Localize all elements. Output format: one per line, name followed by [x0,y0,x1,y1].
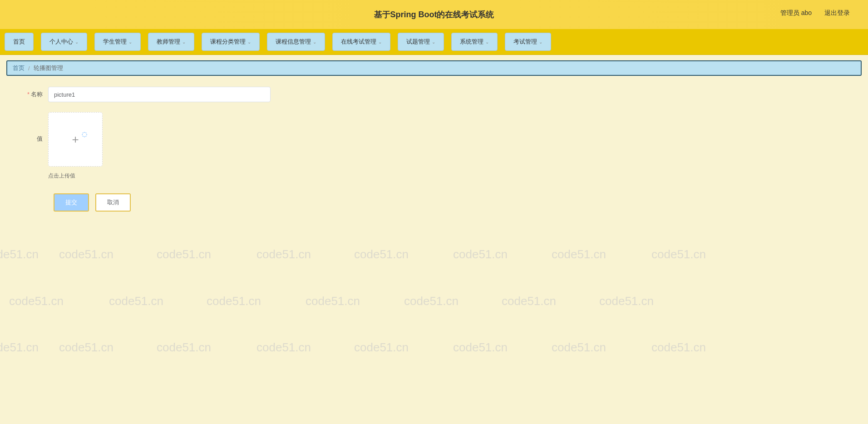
nav-item-label: 首页 [13,38,25,46]
breadcrumb-current: 轮播图管理 [34,64,63,72]
nav-item-7[interactable]: 试题管理⌄ [398,33,444,51]
nav-item-label: 系统管理 [460,38,483,46]
nav-item-4[interactable]: 课程分类管理⌄ [202,33,260,51]
cancel-button[interactable]: 取消 [95,193,131,212]
nav-item-label: 教师管理 [157,38,180,46]
loading-icon: ◌ [82,130,87,138]
chevron-down-icon: ⌄ [432,39,435,44]
chevron-down-icon: ⌄ [128,39,132,44]
nav-item-label: 考试管理 [513,38,537,46]
name-label: *名称 [12,87,48,99]
nav-item-8[interactable]: 系统管理⌄ [451,33,498,51]
nav-item-1[interactable]: 个人中心⌄ [41,33,87,51]
chevron-down-icon: ⌄ [485,39,489,44]
value-label: 值 [12,112,48,143]
breadcrumb-separator: / [28,65,30,72]
nav-item-2[interactable]: 学生管理⌄ [94,33,141,51]
nav-item-label: 课程分类管理 [210,38,246,46]
nav-item-0[interactable]: 首页 [5,33,34,51]
chevron-down-icon: ⌄ [75,39,79,44]
nav-item-label: 个人中心 [49,38,73,46]
nav-item-5[interactable]: 课程信息管理⌄ [267,33,325,51]
name-input[interactable] [48,87,271,102]
chevron-down-icon: ⌄ [247,39,251,44]
chevron-down-icon: ⌄ [539,39,542,44]
nav-bar: 首页个人中心⌄学生管理⌄教师管理⌄课程分类管理⌄课程信息管理⌄在线考试管理⌄试题… [0,29,868,55]
breadcrumb-home[interactable]: 首页 [13,64,25,72]
logout-link[interactable]: 退出登录 [824,9,850,17]
nav-item-9[interactable]: 考试管理⌄ [505,33,551,51]
nav-item-label: 课程信息管理 [276,38,311,46]
breadcrumb: 首页 / 轮播图管理 [6,60,862,76]
nav-item-label: 在线考试管理 [341,38,376,46]
submit-button[interactable]: 提交 [54,193,89,212]
upload-tip: 点击上传值 [48,172,103,180]
admin-label[interactable]: 管理员 abo [780,9,812,17]
page-title: 基于Spring Boot的在线考试系统 [374,9,494,20]
nav-item-6[interactable]: 在线考试管理⌄ [332,33,390,51]
plus-icon: + ◌ [72,133,79,147]
nav-item-label: 学生管理 [103,38,127,46]
chevron-down-icon: ⌄ [313,39,316,44]
upload-box[interactable]: + ◌ [48,112,103,167]
nav-item-3[interactable]: 教师管理⌄ [148,33,194,51]
chevron-down-icon: ⌄ [378,39,382,44]
header: 基于Spring Boot的在线考试系统 管理员 abo 退出登录 [0,0,868,29]
chevron-down-icon: ⌄ [182,39,186,44]
nav-item-label: 试题管理 [406,38,430,46]
